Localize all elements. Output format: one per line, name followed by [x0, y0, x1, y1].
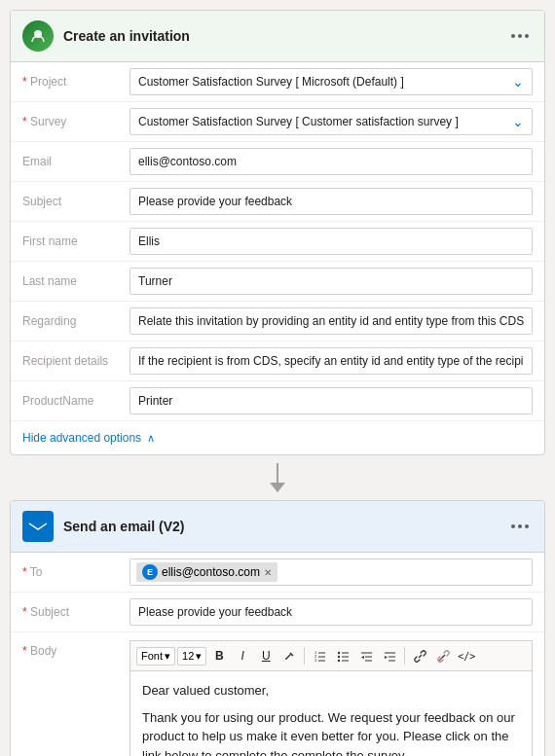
body-content[interactable]: Dear valued customer, Thank you for usin… — [130, 670, 533, 756]
bold-button[interactable]: B — [208, 645, 230, 666]
send-email-card: Send an email (V2) To E ellis@contoso.co… — [10, 500, 545, 756]
email-tag-icon: E — [142, 564, 158, 580]
project-row: Project Customer Satisfaction Survey [ M… — [11, 62, 544, 102]
indent-decrease-button[interactable] — [355, 645, 377, 666]
card1-body: Project Customer Satisfaction Survey [ M… — [11, 62, 544, 454]
email-subject-label: Subject — [22, 605, 130, 619]
hide-advanced-button[interactable]: Hide advanced options — [11, 421, 544, 454]
lastname-row: Last name — [11, 262, 544, 302]
dot6 — [525, 524, 529, 528]
card2-menu-button[interactable] — [507, 521, 533, 532]
productname-row: ProductName — [11, 381, 544, 421]
email-label: Email — [22, 155, 130, 168]
toolbar-divider1 — [304, 647, 305, 665]
firstname-input[interactable] — [130, 228, 533, 255]
svg-point-9 — [338, 651, 340, 653]
productname-input[interactable] — [130, 387, 533, 414]
svg-line-21 — [439, 658, 442, 661]
arrow-down-icon — [270, 483, 285, 492]
to-row: To E ellis@contoso.com ✕ — [11, 553, 544, 593]
font-dropdown-arrow: ▾ — [165, 650, 170, 663]
chevron-up-icon — [147, 431, 155, 445]
email-tag-text: ellis@contoso.com — [162, 565, 260, 579]
editor-toolbar: Font ▾ 12 ▾ B I U 123 — [130, 640, 533, 670]
body-line2: Thank you for using our product. We requ… — [142, 708, 520, 757]
card1-menu-button[interactable] — [507, 30, 533, 42]
regarding-label: Regarding — [22, 314, 130, 328]
ol-button[interactable]: 123 — [309, 645, 330, 666]
card1-title: Create an invitation — [63, 28, 498, 44]
dot1 — [511, 34, 515, 38]
card1-header: Create an invitation — [11, 11, 544, 62]
svg-point-11 — [338, 659, 340, 661]
to-label: To — [22, 565, 130, 579]
font-size-selector[interactable]: 12 ▾ — [177, 647, 206, 666]
firstname-row: First name — [11, 222, 544, 262]
recipient-row: Recipient details — [11, 342, 544, 381]
font-label: Font — [141, 650, 163, 662]
subject-row: Subject — [11, 182, 544, 222]
email-subject-input[interactable] — [130, 598, 533, 626]
productname-label: ProductName — [22, 394, 130, 408]
font-size-dropdown-arrow: ▾ — [196, 650, 202, 663]
arrow-line — [277, 463, 278, 483]
body-editor: Font ▾ 12 ▾ B I U 123 — [130, 640, 533, 756]
regarding-row: Regarding — [11, 302, 544, 342]
dot3 — [525, 34, 529, 38]
body-line1: Dear valued customer, — [142, 681, 520, 701]
svg-text:3: 3 — [314, 658, 317, 663]
email-subject-row: Subject — [11, 593, 544, 632]
connector-arrow — [270, 455, 285, 500]
link-button[interactable] — [409, 645, 430, 666]
dot4 — [511, 524, 515, 528]
email-tag: E ellis@contoso.com ✕ — [136, 562, 278, 582]
card2-icon — [22, 511, 54, 542]
svg-rect-1 — [29, 521, 47, 533]
underline-button[interactable]: U — [255, 645, 277, 666]
highlight-button[interactable] — [278, 645, 300, 666]
project-dropdown-arrow: ⌄ — [512, 74, 524, 90]
unlink-button[interactable] — [432, 645, 454, 666]
project-value: Customer Satisfaction Survey [ Microsoft… — [138, 75, 404, 89]
font-selector[interactable]: Font ▾ — [136, 647, 175, 666]
toolbar-divider2 — [404, 647, 405, 665]
ul-button[interactable] — [332, 645, 353, 666]
dot2 — [518, 34, 522, 38]
firstname-label: First name — [22, 234, 130, 248]
indent-increase-button[interactable] — [379, 645, 400, 666]
survey-value: Customer Satisfaction Survey [ Customer … — [138, 115, 459, 128]
card1-icon — [22, 20, 54, 52]
project-dropdown[interactable]: Customer Satisfaction Survey [ Microsoft… — [130, 68, 533, 95]
lastname-input[interactable] — [130, 268, 533, 295]
card2-body: To E ellis@contoso.com ✕ Subject Body — [11, 553, 544, 756]
hide-advanced-label: Hide advanced options — [22, 431, 141, 445]
font-size-value: 12 — [182, 650, 194, 662]
create-invitation-card: Create an invitation Project Customer Sa… — [10, 10, 545, 455]
survey-row: Survey Customer Satisfaction Survey [ Cu… — [11, 102, 544, 142]
body-row: Body Font ▾ 12 ▾ B I U — [11, 632, 544, 756]
email-tag-close[interactable]: ✕ — [264, 567, 272, 578]
survey-dropdown-arrow: ⌄ — [512, 114, 524, 129]
italic-button[interactable]: I — [232, 645, 253, 666]
dot5 — [518, 524, 522, 528]
survey-label: Survey — [22, 115, 130, 128]
card2-header: Send an email (V2) — [11, 501, 544, 553]
project-label: Project — [22, 75, 130, 89]
card2-title: Send an email (V2) — [63, 519, 498, 534]
svg-point-10 — [338, 655, 340, 657]
lastname-label: Last name — [22, 274, 130, 288]
email-input[interactable] — [130, 148, 533, 175]
recipient-input[interactable] — [130, 347, 533, 375]
subject-input[interactable] — [130, 188, 533, 215]
code-button[interactable]: </> — [456, 645, 477, 666]
regarding-input[interactable] — [130, 307, 533, 335]
subject-label: Subject — [22, 195, 130, 208]
email-row: Email — [11, 142, 544, 182]
to-field[interactable]: E ellis@contoso.com ✕ — [130, 558, 533, 586]
survey-dropdown[interactable]: Customer Satisfaction Survey [ Customer … — [130, 108, 533, 135]
body-label: Body — [22, 640, 130, 658]
recipient-label: Recipient details — [22, 354, 130, 368]
